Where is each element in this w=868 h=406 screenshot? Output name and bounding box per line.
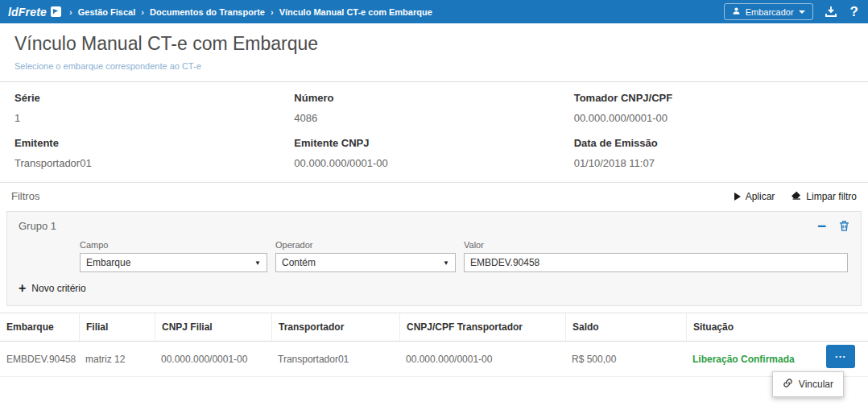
field-label: Tomador CNPJ/CPF: [574, 92, 854, 104]
breadcrumb-documentos-transporte[interactable]: Documentos do Transporte: [150, 7, 265, 17]
breadcrumb-gestao-fiscal[interactable]: Gestão Fiscal: [78, 7, 136, 17]
table-row[interactable]: EMBDEV.90458 matriz 12 00.000.000/0001-0…: [0, 342, 868, 377]
breadcrumb-separator-icon: ›: [141, 7, 144, 17]
field-tomador-cnpj: Tomador CNPJ/CPF 00.000.000/0001-00: [574, 92, 854, 124]
topbar-right-actions: Embarcador ?: [724, 3, 860, 20]
chevron-down-icon: ▼: [254, 259, 261, 267]
breadcrumb-separator-icon: ›: [69, 7, 72, 17]
valor-field: Valor: [464, 240, 848, 272]
breadcrumb-vinculo-manual[interactable]: Vínculo Manual CT-e com Embarque: [279, 7, 432, 17]
cell-filial: matriz 12: [79, 354, 155, 365]
eraser-icon: [791, 191, 801, 202]
user-profile-dropdown[interactable]: Embarcador: [724, 3, 813, 20]
field-value: 00.000.000/0001-00: [574, 112, 854, 124]
play-icon: [734, 193, 741, 201]
column-header-filial[interactable]: Filial: [79, 313, 155, 341]
page-header: Vínculo Manual CT-e com Embarque Selecio…: [0, 23, 868, 82]
row-actions-menu-vincular[interactable]: Vincular: [772, 371, 844, 397]
column-header-transportador[interactable]: Transportador: [271, 313, 399, 341]
field-value: 4086: [294, 112, 573, 124]
filter-group-header: Grupo 1 −: [7, 212, 861, 234]
collapse-group-button[interactable]: −: [817, 221, 826, 232]
user-label: Embarcador: [746, 7, 794, 17]
campo-select[interactable]: Embarque ▼: [80, 253, 267, 272]
field-numero: Número 4086: [294, 92, 573, 124]
field-label: Série: [14, 92, 294, 104]
field-label: Emitente: [14, 137, 294, 149]
page-subtitle: Selecione o embarque correspondente ao C…: [14, 61, 854, 71]
apply-filter-label: Aplicar: [746, 191, 775, 202]
cell-cnpj-filial: 00.000.000/0001-00: [155, 354, 271, 365]
page-title: Vínculo Manual CT-e com Embarque: [14, 33, 854, 55]
cell-transportador: Transportador01: [271, 354, 399, 365]
field-data-emissao: Data de Emissão 01/10/2018 11:07: [574, 137, 854, 169]
field-emitente: Emitente Transportador01: [14, 137, 294, 169]
field-label: Data de Emissão: [574, 137, 854, 149]
cell-cnpj-transportador: 00.000.000/0001-00: [399, 354, 565, 365]
app-logo[interactable]: ldFrete: [8, 6, 61, 19]
operador-selected-value: Contém: [282, 257, 316, 268]
clear-filter-button[interactable]: Limpar filtro: [791, 191, 857, 202]
column-header-situacao[interactable]: Situação: [686, 313, 868, 341]
add-criterion-button[interactable]: + Novo critério: [7, 272, 97, 305]
app-logo-text: ldFrete: [8, 6, 47, 19]
filter-group-actions: −: [817, 220, 849, 232]
row-actions-button[interactable]: ...: [826, 345, 855, 368]
field-emitente-cnpj: Emitente CNPJ 00.000.000/0001-00: [294, 137, 573, 169]
campo-selected-value: Embarque: [86, 257, 130, 268]
field-value: 01/10/2018 11:07: [574, 157, 854, 169]
campo-label: Campo: [80, 240, 267, 250]
apply-filter-button[interactable]: Aplicar: [734, 191, 775, 202]
user-icon: [732, 6, 741, 17]
operador-select[interactable]: Contém ▼: [275, 253, 456, 272]
column-header-cnpj-filial[interactable]: CNPJ Filial: [155, 313, 271, 341]
campo-field: Campo Embarque ▼: [80, 240, 267, 272]
chevron-down-icon: [799, 10, 805, 14]
breadcrumb: › Gestão Fiscal › Documentos do Transpor…: [69, 7, 432, 17]
breadcrumb-separator-icon: ›: [271, 7, 274, 17]
top-navigation-bar: ldFrete › Gestão Fiscal › Documentos do …: [0, 0, 868, 23]
filters-title: Filtros: [11, 190, 39, 202]
logo-flag-icon: [51, 6, 61, 17]
column-header-embarque[interactable]: Embarque: [0, 313, 79, 341]
download-button[interactable]: [825, 6, 837, 19]
filters-actions: Aplicar Limpar filtro: [734, 191, 857, 202]
cell-saldo: R$ 500,00: [565, 354, 686, 365]
operador-label: Operador: [275, 240, 456, 250]
field-label: Emitente CNPJ: [294, 137, 573, 149]
cell-embarque: EMBDEV.90458: [0, 354, 79, 365]
vincular-label: Vincular: [799, 379, 833, 390]
plus-icon: +: [19, 284, 26, 293]
field-value: Transportador01: [14, 157, 294, 169]
clear-filter-label: Limpar filtro: [806, 191, 857, 202]
cte-info-grid: Série 1 Número 4086 Tomador CNPJ/CPF 00.…: [0, 82, 868, 182]
valor-label: Valor: [464, 240, 848, 250]
field-serie: Série 1: [14, 92, 294, 124]
field-value: 00.000.000/0001-00: [294, 157, 573, 169]
shipments-table: Embarque Filial CNPJ Filial Transportado…: [0, 313, 868, 377]
column-header-saldo[interactable]: Saldo: [565, 313, 686, 341]
link-icon: [783, 378, 793, 391]
add-criterion-label: Novo critério: [31, 283, 85, 294]
delete-group-button[interactable]: [839, 220, 849, 232]
valor-input[interactable]: [464, 253, 848, 272]
table-header-row: Embarque Filial CNPJ Filial Transportado…: [0, 313, 868, 342]
operador-field: Operador Contém ▼: [275, 240, 456, 272]
chevron-down-icon: ▼: [443, 259, 449, 267]
field-label: Número: [294, 92, 573, 104]
filter-criterion-row: Campo Embarque ▼ Operador Contém ▼ Valor: [7, 234, 861, 272]
help-button[interactable]: ?: [849, 4, 860, 20]
filter-group-title: Grupo 1: [19, 220, 56, 232]
field-value: 1: [14, 112, 294, 124]
filters-bar: Filtros Aplicar Limpar filtro: [0, 182, 868, 208]
filter-group-panel: Grupo 1 − Campo Embarque ▼ Operador Cont…: [6, 211, 862, 306]
column-header-cnpj-transportador[interactable]: CNPJ/CPF Transportador: [399, 313, 565, 341]
